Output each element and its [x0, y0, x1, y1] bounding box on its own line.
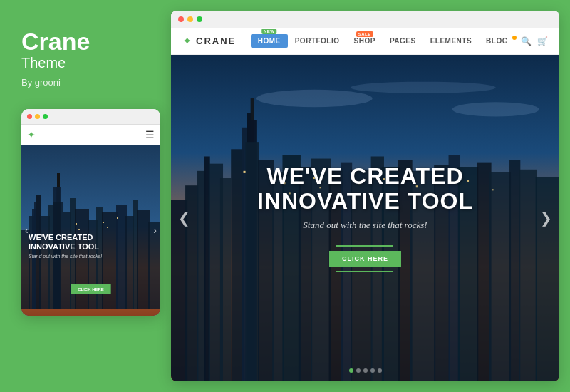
mobile-browser-content: ✦ ☰ [21, 125, 160, 316]
mobile-dot-red [27, 114, 32, 119]
desktop-nav-logo: ✦ CRANE [182, 34, 236, 48]
mobile-top-bar [21, 109, 160, 125]
nav-item-portfolio[interactable]: PORTFOLIO [288, 37, 347, 45]
nav-item-pages[interactable]: PAGES [383, 37, 423, 45]
cart-icon[interactable]: 🛒 [537, 36, 548, 46]
hero-dot-3[interactable] [363, 368, 368, 373]
svg-rect-27 [117, 217, 118, 219]
svg-point-31 [452, 102, 539, 116]
hero-title-line1: WE'VE CREATED [266, 163, 463, 189]
mobile-arrow-right[interactable]: › [153, 225, 157, 236]
hero-dot-2[interactable] [356, 368, 361, 373]
svg-rect-26 [107, 227, 108, 228]
desktop-top-bar [171, 11, 559, 28]
mobile-logo-icon: ✦ [27, 129, 36, 140]
svg-rect-74 [492, 189, 494, 190]
desktop-logo-icon: ✦ [182, 34, 192, 48]
nav-item-shop[interactable]: SALE SHOP [347, 37, 383, 45]
notification-dot [512, 36, 517, 40]
hero-tagline: Stand out with the site that rocks! [257, 220, 473, 231]
desktop-browser-content: ✦ CRANE NEW HOME PORTFOLIO SALE SHOP PAG… [171, 28, 559, 381]
svg-rect-37 [220, 178, 231, 381]
nav-item-home[interactable]: NEW HOME [251, 34, 288, 48]
svg-rect-6 [39, 216, 50, 309]
desktop-hero: WE'VE CREATED INNOVATIVE TOOL Stand out … [171, 55, 559, 381]
svg-rect-59 [477, 163, 491, 381]
desktop-dot-green [197, 16, 202, 22]
left-sidebar: Crane Theme By grooni ✦ ☰ [0, 0, 171, 392]
theme-author: By grooni [21, 77, 150, 88]
nav-item-elements[interactable]: ELEMENTS [423, 37, 479, 45]
desktop-dot-yellow [187, 16, 193, 22]
hero-line-bottom [336, 271, 393, 272]
mobile-cta-button[interactable]: CLICK HERE [71, 284, 111, 294]
svg-rect-23 [76, 223, 77, 225]
hero-dots [349, 368, 382, 373]
mobile-hero: WE'VE CREATEDINNOVATIVE TOOL Stand out w… [21, 145, 160, 316]
hero-arrow-right[interactable]: ❯ [540, 210, 552, 227]
theme-subtitle: Theme [21, 55, 150, 71]
svg-rect-64 [244, 171, 246, 173]
hero-arrow-left[interactable]: ❮ [178, 210, 190, 227]
svg-rect-25 [103, 222, 104, 223]
desktop-nav-items: NEW HOME PORTFOLIO SALE SHOP PAGES ELEME… [251, 34, 515, 48]
svg-point-29 [256, 90, 373, 107]
svg-rect-32 [171, 200, 187, 381]
mobile-mockup: ✦ ☰ [21, 109, 160, 316]
nav-item-blog[interactable]: BLOG [479, 37, 515, 45]
mobile-dot-green [43, 114, 48, 119]
mobile-hero-title: WE'VE CREATEDINNOVATIVE TOOL [28, 233, 153, 252]
svg-rect-21 [137, 210, 150, 309]
nav-icons: 🔍 🛒 [521, 36, 548, 46]
desktop-mockup: ✦ CRANE NEW HOME PORTFOLIO SALE SHOP PAG… [171, 11, 559, 381]
hero-dot-1[interactable] [349, 368, 353, 373]
hero-content: WE'VE CREATED INNOVATIVE TOOL Stand out … [257, 164, 473, 272]
right-panel: ✦ CRANE NEW HOME PORTFOLIO SALE SHOP PAG… [171, 0, 570, 392]
hero-main-title: WE'VE CREATED INNOVATIVE TOOL [257, 164, 473, 214]
nav-badge-new: NEW [261, 29, 277, 34]
nav-badge-sale: SALE [356, 31, 373, 37]
svg-rect-62 [519, 170, 537, 381]
svg-rect-63 [536, 177, 559, 381]
theme-title: Crane [21, 29, 150, 55]
svg-rect-61 [509, 160, 520, 381]
svg-rect-24 [78, 229, 80, 230]
svg-point-30 [351, 82, 496, 93]
mobile-hamburger-icon[interactable]: ☰ [145, 129, 155, 140]
desktop-nav: ✦ CRANE NEW HOME PORTFOLIO SALE SHOP PAG… [171, 28, 559, 55]
mobile-arrow-left[interactable]: ‹ [25, 225, 28, 236]
hero-line-top [336, 245, 393, 247]
mobile-dot-yellow [35, 114, 40, 119]
svg-rect-60 [489, 172, 512, 381]
hero-dot-4[interactable] [370, 368, 375, 373]
mobile-nav: ✦ ☰ [21, 125, 160, 145]
desktop-logo-text: CRANE [196, 36, 236, 46]
search-icon[interactable]: 🔍 [521, 36, 532, 46]
hero-cta-button[interactable]: CLICK HERE [329, 251, 401, 267]
hero-cta-wrapper: CLICK HERE [257, 245, 473, 272]
mobile-hero-tagline: Stand out with the site that rocks! [28, 254, 153, 259]
hero-dot-5[interactable] [378, 368, 382, 373]
hero-title-line2: INNOVATIVE TOOL [257, 188, 473, 214]
mobile-hero-text: WE'VE CREATEDINNOVATIVE TOOL Stand out w… [28, 233, 153, 259]
nav-item-home-label: HOME [258, 37, 281, 45]
desktop-dot-red [178, 16, 184, 22]
